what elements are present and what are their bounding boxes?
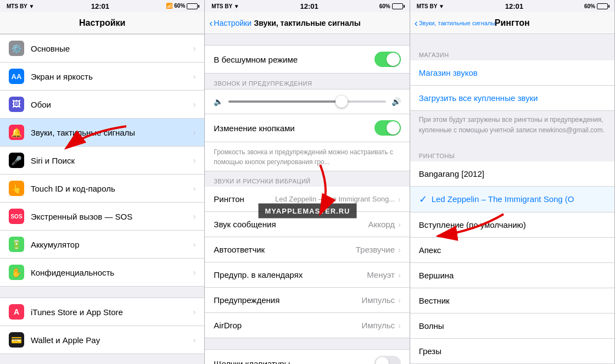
item-itunes[interactable]: A iTunes Store и App Store › — [0, 298, 204, 326]
back-arrow-icon-2: ‹ — [209, 18, 213, 28]
item-general[interactable]: ⚙️ Основные › — [0, 34, 204, 63]
label-ringtone: Рингтон — [214, 194, 275, 204]
label-download-all: Загрузить все купленные звуки — [419, 93, 538, 103]
status-bar-1: MTS BY ▼ 12:01 📶 60% — [0, 0, 204, 12]
battery-icon-2 — [392, 3, 403, 9]
battery-label-1: 60% — [174, 3, 185, 9]
chevron-battery: › — [193, 240, 196, 249]
nav-bar-3: ‹ Звуки, тактильные сигналы Рингтон — [410, 12, 614, 34]
battery-label-3: 60% — [584, 3, 595, 9]
ringtone-item-0[interactable]: Bangarang [2012] — [410, 161, 614, 187]
icon-wallet: 💳 — [9, 332, 24, 348]
icon-general: ⚙️ — [9, 41, 24, 56]
panel-1: MTS BY ▼ 12:01 📶 60% Настройки — [0, 0, 205, 364]
toggle-keyboard[interactable] — [374, 356, 401, 364]
volume-slider[interactable] — [228, 100, 385, 103]
ringtone-label-4: Вершина — [419, 271, 606, 280]
item-reminders[interactable]: Предупреждения Импульс › — [205, 288, 409, 313]
icon-display: AA — [9, 69, 24, 84]
chevron-sos: › — [193, 212, 196, 221]
ringtone-label-2: Вступление (по умолчанию) — [419, 220, 606, 229]
item-airdrop[interactable]: AirDrop Импульс › — [205, 313, 409, 338]
chevron-reminders: › — [398, 296, 401, 305]
item-battery[interactable]: 🔋 Аккумулятор › — [0, 231, 204, 259]
value-auto-answer: Трезвучие — [356, 245, 395, 254]
chevron-itunes: › — [193, 307, 196, 316]
battery-icon-1 — [187, 3, 198, 9]
value-reminders: Импульс — [362, 295, 395, 305]
header-sounds: ЗВУКИ И РИСУНКИ ВИБРАЦИЙ — [205, 171, 409, 187]
time-3: 12:01 — [505, 2, 523, 10]
toggle-silent[interactable] — [374, 52, 401, 67]
label-touchid: Touch ID и код-пароль — [31, 184, 193, 193]
item-sos[interactable]: SOS Экстренный вызов — SOS › — [0, 203, 204, 231]
panel-3: MTS BY ▼ 12:01 60% ‹ Звуки, тактильные с… — [410, 0, 615, 364]
header-ringtones: РИНГТОНЫ — [410, 146, 614, 161]
label-airdrop: AirDrop — [214, 321, 361, 330]
item-store-link[interactable]: Магазин звуков — [410, 60, 614, 86]
sounds-list[interactable]: В бесшумном режиме ЗВОНОК И ПРЕДУПРЕЖДЕН… — [205, 34, 409, 364]
item-display[interactable]: AA Экран и яркость › — [0, 63, 204, 91]
item-auto-answer[interactable]: Автоответчик Трезвучие › — [205, 237, 409, 262]
item-wallet[interactable]: 💳 Wallet и Apple Pay › — [0, 326, 204, 354]
ringtone-item-3[interactable]: Апекс — [410, 238, 614, 263]
toggle-vol-buttons[interactable] — [374, 120, 401, 136]
vol-low-icon: 🔈 — [214, 97, 223, 106]
status-bar-3: MTS BY ▼ 12:01 60% — [410, 0, 614, 12]
item-download-all[interactable]: Загрузить все купленные звуки — [410, 86, 614, 111]
chevron-wallet: › — [193, 335, 196, 344]
item-calendar[interactable]: Предупр. в календарях Менуэт › — [205, 262, 409, 288]
label-silent: В бесшумном режиме — [214, 55, 374, 64]
section-keyboard: Щелчки клавиатуры Звук блокировки — [205, 349, 409, 364]
nav-bar-1: Настройки — [0, 12, 204, 34]
nav-title-2: Звуки, тактильные сигналы — [254, 19, 360, 27]
ringtone-label-3: Апекс — [419, 245, 606, 255]
carrier-3: MTS BY ▼ — [417, 3, 444, 9]
chevron-display: › — [193, 72, 196, 81]
icon-privacy: ✋ — [9, 265, 24, 280]
label-wallpaper: Обои — [31, 100, 193, 109]
item-silent[interactable]: В бесшумном режиме — [205, 45, 409, 74]
icon-sounds: 🔔 — [9, 125, 24, 140]
chevron-touchid: › — [193, 184, 196, 193]
nav-back-2[interactable]: ‹ Настройки — [209, 18, 251, 28]
label-auto-answer: Автоответчик — [214, 245, 355, 254]
time-1: 12:01 — [91, 2, 109, 10]
item-touchid[interactable]: 👆 Touch ID и код-пароль › — [0, 175, 204, 203]
label-battery: Аккумулятор — [31, 240, 193, 249]
nav-bar-2: ‹ Настройки Звуки, тактильные сигналы — [205, 12, 409, 34]
battery-label-2: 60% — [379, 3, 390, 9]
ringtone-item-7[interactable]: Грезы — [410, 339, 614, 364]
item-privacy[interactable]: ✋ Конфиденциальность › — [0, 259, 204, 287]
label-keyboard: Щелчки клавиатуры — [214, 359, 374, 365]
download-note: При этом будут загружены все рингтоны и … — [419, 116, 605, 134]
label-store-link: Магазин звуков — [419, 68, 478, 77]
nav-back-3[interactable]: ‹ Звуки, тактильные сигналы — [415, 18, 495, 28]
ringtone-item-5[interactable]: Вестник — [410, 288, 614, 313]
settings-list-1[interactable]: ⚙️ Основные › AA Экран и яркость › 🖼 Обо… — [0, 34, 204, 364]
header-store: МАГАЗИН — [410, 45, 614, 60]
back-label-3: Звуки, тактильные сигналы — [419, 20, 495, 26]
section-ringing: ЗВОНОК И ПРЕДУПРЕЖДЕНИЯ 🔈 🔊 Изменение кн… — [205, 74, 409, 171]
vol-high-icon: 🔊 — [392, 97, 401, 106]
panel-2: MTS BY ▼ 12:01 60% ‹ Настройки Звуки, та… — [205, 0, 410, 364]
ringtone-item-2[interactable]: Вступление (по умолчанию) — [410, 212, 614, 238]
label-calendar: Предупр. в календарях — [214, 270, 367, 279]
label-wallet: Wallet и Apple Pay — [31, 335, 193, 345]
item-sounds[interactable]: 🔔 Звуки, тактильные сигналы › — [0, 119, 204, 147]
icon-touchid: 👆 — [9, 181, 24, 196]
item-vol-buttons[interactable]: Изменение кнопками — [205, 114, 409, 142]
chevron-general: › — [193, 44, 196, 53]
ringtone-item-4[interactable]: Вершина — [410, 263, 614, 288]
ringtone-list[interactable]: МАГАЗИН Магазин звуков Загрузить все куп… — [410, 34, 614, 364]
volume-row[interactable]: 🔈 🔊 — [205, 89, 409, 114]
ringtone-item-1[interactable]: ✓ Led Zeppelin – The Immigrant Song (O — [410, 187, 614, 212]
status-icons-2: 60% — [379, 3, 403, 9]
item-wallpaper[interactable]: 🖼 Обои › — [0, 91, 204, 119]
back-label-2: Настройки — [214, 19, 251, 27]
icon-sos: SOS — [9, 209, 24, 224]
label-siri: Siri и Поиск — [31, 156, 193, 165]
item-keyboard[interactable]: Щелчки клавиатуры — [205, 349, 409, 364]
item-siri[interactable]: 🎤 Siri и Поиск › — [0, 147, 204, 175]
ringtone-item-6[interactable]: Волны — [410, 313, 614, 339]
